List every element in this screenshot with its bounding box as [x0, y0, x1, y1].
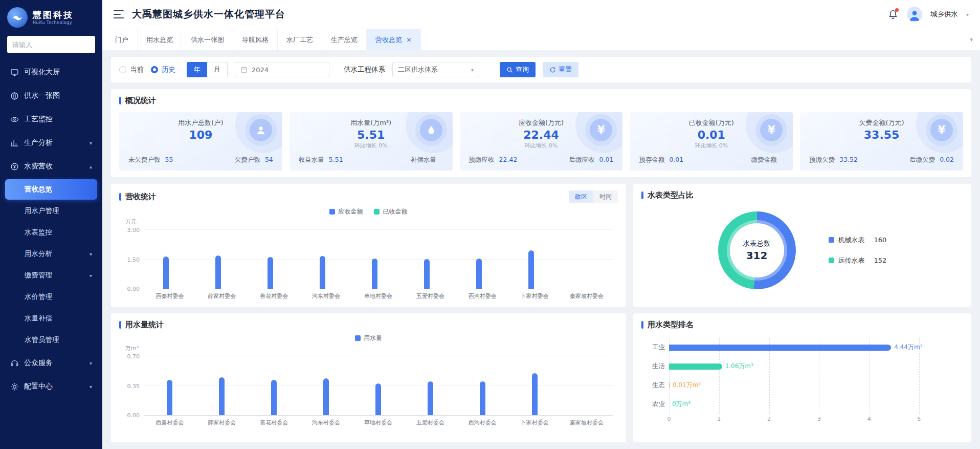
sidebar-subitem-meter-monitoring[interactable]: 水表监控 [5, 222, 97, 243]
tab-label: 水厂工艺 [286, 35, 313, 45]
toggle-time-button[interactable]: 时间 [593, 190, 618, 203]
stat-card-row: 用水户总数(户) 109 未欠费户数55 欠费户数54 用水量(万m³) [119, 112, 963, 170]
x-axis-tick: 3 [817, 416, 821, 422]
avatar[interactable] [907, 7, 922, 22]
close-icon[interactable]: × [406, 36, 412, 44]
sidebar-item-water-fee-revenue[interactable]: 水费营收 ▴ [5, 155, 97, 178]
chevron-down-icon: ▾ [90, 360, 92, 366]
stat-subtext: 环比增长 0% [467, 142, 616, 149]
bar [528, 250, 534, 289]
tab-production-overview[interactable]: 生产总览 [322, 29, 367, 50]
stat-detail-label: 未欠费户数 [128, 156, 161, 164]
bar-group [428, 356, 433, 415]
legend-item[interactable]: 远传水表152 [829, 256, 887, 265]
legend-swatch [329, 209, 335, 215]
bar [669, 364, 722, 370]
bar-value-label: 0万m³ [672, 400, 691, 409]
tab-revenue-overview[interactable]: 营收总览 × [367, 29, 421, 50]
collapse-menu-icon[interactable] [114, 10, 124, 18]
sidebar-item-label: 公众服务 [24, 358, 53, 368]
sidebar-subitem-revenue-overview[interactable]: 营收总览 [5, 179, 97, 200]
stat-detail-label: 预缴欠费 [809, 156, 835, 164]
tab-portal[interactable]: 门户 [106, 29, 138, 50]
stat-detail-value: 0.01 [599, 156, 614, 163]
bar-row: 工业4.44万m³ [669, 338, 919, 357]
system-select[interactable]: 二区供水体系 ▾ [392, 62, 479, 77]
year-value: 2024 [252, 66, 269, 74]
legend-item[interactable]: 已收金额 [374, 207, 407, 216]
tabs-overflow-chevron-icon[interactable]: ▾ [970, 29, 973, 50]
usage-statistics-card: 用水量统计 用水量 万m³0.000.350.70西秦村委会薛家村委会善花村委会… [111, 313, 626, 442]
tab-label: 导航风格 [242, 35, 269, 45]
stat-detail-row: 预缴欠费33.52 后缴欠费0.02 [807, 156, 956, 164]
tab-plant-process[interactable]: 水厂工艺 [278, 29, 322, 50]
sidebar-subitem-label: 缴费管理 [25, 271, 52, 280]
y-axis-tick: 0.70 [120, 353, 140, 360]
toggle-district-button[interactable]: 政区 [569, 190, 593, 203]
query-button[interactable]: 查询 [500, 62, 536, 77]
sidebar-item-water-map[interactable]: 供水一张图 [5, 84, 97, 108]
tab-water-usage-overview[interactable]: 用水总览 [138, 29, 182, 50]
stat-detail-label: 欠费户数 [235, 156, 260, 164]
sidebar-item-config-center[interactable]: 配置中心 ▾ [5, 375, 97, 398]
category-label: 生态 [644, 381, 665, 390]
toggle-month-button[interactable]: 月 [207, 62, 228, 77]
screen-icon [10, 68, 19, 77]
section-title-ranking: 用水类型排名 [641, 320, 694, 330]
bar-group [580, 230, 593, 289]
notification-bell-icon[interactable] [887, 9, 899, 20]
sidebar-subitem-water-user-management[interactable]: 用水户管理 [5, 201, 97, 221]
sidebar-item-process-monitor[interactable]: 工艺监控 [5, 108, 97, 131]
sidebar-item-public-service[interactable]: 公众服务 ▾ [5, 351, 97, 375]
bar-group [528, 230, 541, 289]
legend-swatch [829, 237, 834, 243]
donut-center-title: 水表总数 [743, 239, 771, 248]
sidebar-search[interactable] [7, 36, 95, 53]
section-title-usage: 用水量统计 [119, 320, 164, 330]
toggle-label: 月 [214, 65, 220, 74]
sidebar-item-visual-screen[interactable]: 可视化大屏 [5, 60, 97, 84]
sidebar-search-input[interactable] [12, 41, 90, 49]
sidebar-item-label: 可视化大屏 [24, 68, 60, 77]
revenue-view-toggle: 政区 时间 [569, 190, 618, 203]
x-axis-tick: 1 [717, 416, 721, 422]
sidebar-subitem-water-compensation[interactable]: 水量补偿 [5, 308, 97, 329]
section-title-meter-type: 水表类型占比 [641, 190, 694, 200]
toggle-year-button[interactable]: 年 [187, 62, 207, 77]
sidebar-subitem-payment-management[interactable]: 缴费管理 ▾ [5, 265, 97, 286]
notification-badge [895, 8, 899, 12]
sidebar-subitem-usage-analysis[interactable]: 用水分析 ▾ [5, 244, 97, 264]
stat-subtext [126, 142, 275, 149]
bar-value-label: 1.06万m³ [725, 362, 753, 371]
bar [476, 259, 482, 289]
radio-history[interactable]: 历史 [151, 65, 175, 74]
radio-current[interactable]: 当前 [119, 65, 144, 74]
sidebar-item-production-analysis[interactable]: 生产分析 ▾ [5, 131, 97, 155]
year-picker-input[interactable]: 2024 [235, 62, 329, 77]
main-scroll-area[interactable]: 当前 历史 年 月 2024 供水工程体系 二区供水体系 ▾ [102, 50, 980, 449]
sidebar-subitem-label: 水价管理 [25, 292, 52, 302]
bar-group [323, 356, 329, 415]
sidebar-subitem-water-manager-management[interactable]: 水管员管理 [5, 330, 97, 350]
y-axis-unit: 万元 [125, 218, 618, 226]
bar-group [215, 230, 228, 289]
legend-item[interactable]: 机械水表160 [829, 236, 887, 245]
tab-nav-style[interactable]: 导航风格 [233, 29, 278, 50]
account-name[interactable]: 城乡供水 [930, 10, 958, 19]
bar-group [584, 356, 589, 415]
bar-group [320, 230, 332, 289]
bar-value-label: 4.44万m³ [894, 343, 922, 352]
reset-button[interactable]: 重置 [543, 62, 578, 77]
account-chevron-down-icon[interactable]: ▾ [966, 12, 969, 17]
toggle-label: 年 [194, 65, 201, 74]
legend-item[interactable]: 应收金额 [329, 207, 363, 216]
sidebar-subitem-water-price-management[interactable]: 水价管理 [5, 287, 97, 307]
category-label: 农业 [644, 400, 665, 409]
category-label: 生活 [644, 362, 665, 371]
chart-row-1: 营收统计 政区 时间 应收金额已收金额 万元0.001.503.00西秦村委会薛… [111, 184, 971, 307]
system-select-label: 供水工程体系 [344, 65, 385, 74]
tab-water-supply-map[interactable]: 供水一张图 [182, 29, 233, 50]
bar-group [167, 356, 172, 415]
x-axis-label: 西秦村委会 [144, 292, 196, 300]
legend-item[interactable]: 用水量 [355, 334, 382, 343]
